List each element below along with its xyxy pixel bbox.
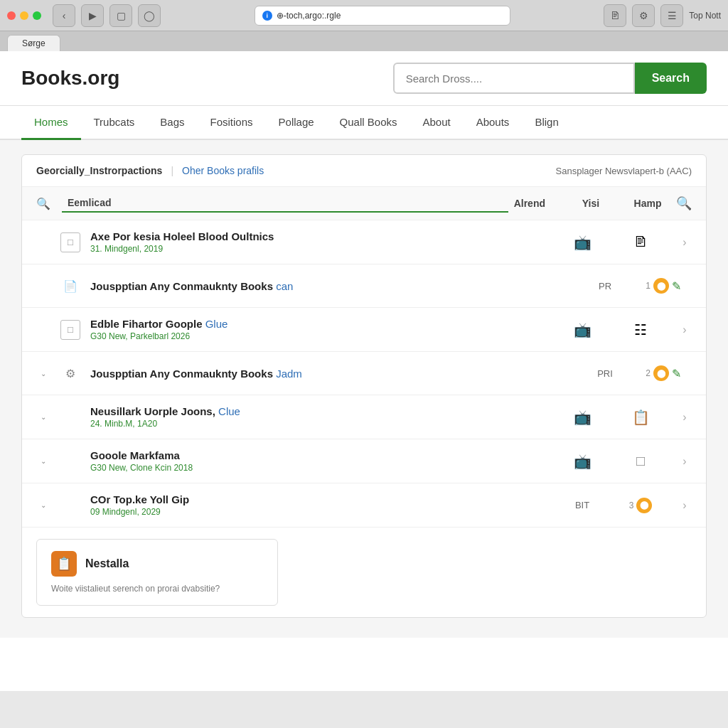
expand-icon[interactable]: ⌄ (36, 501, 50, 509)
tab-bar: Sørge (0, 31, 728, 51)
row-title-text: Jouspptian Any Conmauknty Books (90, 280, 276, 292)
row-icon: □ (59, 318, 82, 341)
row-title-text: Neusillark Uorple Joons, (90, 405, 218, 417)
site-logo: Books.org (21, 67, 119, 90)
col-hamp[interactable]: Hamp (619, 195, 676, 212)
col-alrend[interactable]: Alrend (508, 195, 551, 212)
address-bar-wrap: i ⊕-toch,argo:.rgle (166, 6, 598, 26)
card-title-link[interactable]: Oher Books prafils (182, 165, 264, 176)
row-arrow[interactable]: › (678, 323, 692, 336)
row-title-link[interactable]: Jadm (276, 368, 302, 380)
row-yisi: 📺 (561, 234, 604, 251)
install-header: 📋 Nestalla (51, 551, 263, 577)
top-nott-label: Top Nott (689, 11, 721, 21)
nav-item-pollage[interactable]: Pollage (266, 106, 327, 140)
settings-button[interactable]: ⚙ (632, 4, 655, 27)
row-yisi: BIT (561, 500, 604, 510)
row-arrow[interactable]: › (678, 455, 692, 468)
nav-item-homes[interactable]: Homes (21, 106, 81, 140)
hamp-icon: ☷ (634, 321, 647, 338)
checkbox-icon[interactable]: □ (60, 232, 80, 252)
row-icon: ⚙ (59, 362, 82, 385)
nav-item-fositions[interactable]: Fositions (198, 106, 266, 140)
yisi-icon: 📺 (574, 322, 592, 338)
checkbox-icon[interactable]: □ (60, 320, 80, 340)
hamp-icon: 📋 (632, 409, 650, 426)
card-header-right: Sansplager Newsvlapert-b (AAC) (556, 166, 692, 176)
col-eemlicad[interactable]: Eemlicad (62, 194, 508, 213)
page: Books.org Search Homes Trubcats Bags Fos… (0, 51, 728, 691)
nav-item-bags[interactable]: Bags (147, 106, 197, 140)
row-yisi: 📺 (561, 453, 604, 470)
list-row: □ Axe Por kesia Holeel Blood Oultnics 31… (22, 220, 706, 264)
row-hamp: 📋 (612, 409, 669, 426)
nav-item-quall[interactable]: Quall Books (327, 106, 410, 140)
traffic-light-green[interactable] (33, 11, 41, 20)
row-hamp: 2 ⬤ ✎ (635, 365, 692, 381)
row-title: Neusillark Uorple Joons, Clue (90, 405, 552, 417)
list-row: ⌄ Gooole Markfama G30 New, Clone Kcin 20… (22, 439, 706, 483)
row-arrow[interactable]: › (678, 236, 692, 249)
badge-num: 3 (629, 500, 634, 510)
address-bar[interactable]: i ⊕-toch,argo:.rgle (255, 6, 510, 26)
url-text: ⊕-toch,argo:.rgle (277, 11, 341, 21)
home-button[interactable]: ▢ (109, 4, 132, 27)
row-arrow[interactable]: › (678, 411, 692, 424)
edit-icon[interactable]: ✎ (672, 367, 681, 380)
menu-button[interactable]: ☰ (660, 4, 683, 27)
content-area: Georcially_Instrorpactions | Oher Books … (0, 140, 728, 638)
nav-item-blign[interactable]: Blign (522, 106, 571, 140)
col-yisi[interactable]: Yisi (562, 195, 619, 212)
row-hamp: □ (612, 453, 669, 469)
main-card: Georcially_Instrorpactions | Oher Books … (21, 154, 707, 618)
table-search-icon: 🔍 (36, 197, 50, 210)
row-title: Jouspptian Any Conmauknty Books Jadm (90, 368, 575, 380)
favicon: i (262, 11, 272, 21)
nav-item-abouts[interactable]: Abouts (464, 106, 523, 140)
row-subtitle: G30 New, Clone Kcin 2018 (90, 463, 552, 473)
yisi-icon: 📺 (574, 235, 592, 250)
row-title-link[interactable]: Glue (205, 318, 228, 330)
install-name: Nestalla (85, 557, 129, 570)
nav-item-trubcats[interactable]: Trubcats (81, 106, 148, 140)
badge-orange: ⬤ (636, 498, 652, 513)
bookmark-button[interactable]: ◯ (138, 4, 161, 27)
row-title-link[interactable]: can (276, 280, 293, 292)
col-search-icon[interactable]: 🔍 (676, 196, 692, 211)
install-icon: 📋 (51, 551, 77, 577)
row-title: Gooole Markfama (90, 449, 552, 461)
list-row: ⌄ ⚙ Jouspptian Any Conmauknty Books Jadm… (22, 352, 706, 395)
traffic-light-red[interactable] (7, 11, 16, 20)
nav-item-about[interactable]: About (410, 106, 463, 140)
search-wrap: Search (393, 63, 707, 94)
row-subtitle: 31. Mindgenl, 2019 (90, 244, 552, 254)
row-arrow[interactable]: › (678, 499, 692, 512)
row-title-link[interactable]: Clue (218, 405, 240, 417)
row-title: Edble Fihartor Goople Glue (90, 318, 552, 330)
traffic-light-yellow[interactable] (20, 11, 28, 20)
search-input[interactable] (393, 63, 635, 94)
site-header: Books.org Search (0, 51, 728, 106)
row-title: COr Top.ke Yoll Gip (90, 493, 552, 505)
traffic-lights (7, 11, 41, 20)
row-icon (59, 450, 82, 473)
back-button[interactable]: ‹ (53, 4, 75, 27)
row-subtitle: G30 New, Parkelbarl 2026 (90, 331, 552, 341)
expand-icon[interactable]: ⌄ (36, 457, 50, 465)
row-content: Edble Fihartor Goople Glue G30 New, Park… (90, 318, 552, 341)
forward-button[interactable]: ▶ (81, 4, 104, 27)
badge-num: 1 (646, 281, 651, 291)
tab-item[interactable]: Sørge (7, 35, 60, 51)
list-row: 📄 Jouspptian Any Conmauknty Books can PR… (22, 264, 706, 308)
hamp-icon: □ (636, 453, 645, 469)
row-icon-sq: □ (59, 231, 82, 254)
search-button[interactable]: Search (635, 63, 707, 94)
expand-icon[interactable]: ⌄ (36, 413, 50, 421)
row-hamp: ☷ (612, 321, 669, 338)
expand-icon[interactable]: ⌄ (36, 370, 50, 378)
edit-icon[interactable]: ✎ (672, 279, 681, 293)
row-subtitle: 09 Mindgenl, 2029 (90, 507, 552, 517)
row-icon: 📄 (59, 274, 82, 297)
yisi-icon: 📺 (574, 410, 592, 425)
doc-button[interactable]: 🖹 (604, 4, 626, 27)
